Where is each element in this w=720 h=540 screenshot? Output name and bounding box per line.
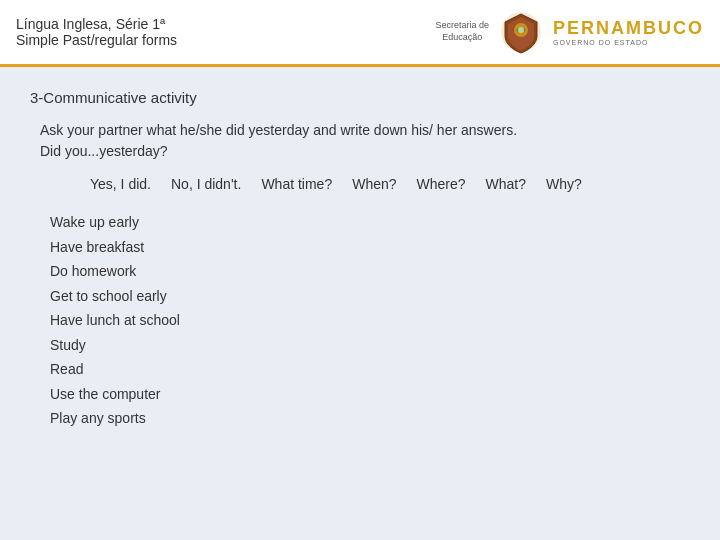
secretaria-text-block: Secretaria de Educação: [435, 20, 489, 43]
header-title-line2: Simple Past/regular forms: [16, 32, 177, 48]
answer-item: When?: [352, 176, 396, 192]
activity-item: Wake up early: [50, 210, 680, 235]
answers-row: Yes, I did.No, I didn't.What time?When?W…: [40, 176, 680, 192]
pernambuco-brand-block: PERNAMBUCO GOVERNO DO ESTADO: [553, 18, 704, 46]
activity-item: Read: [50, 357, 680, 382]
answer-item: What time?: [261, 176, 332, 192]
instruction-line1: Ask your partner what he/she did yesterd…: [40, 122, 517, 138]
instruction-line2: Did you...yesterday?: [40, 143, 168, 159]
answer-item: No, I didn't.: [171, 176, 241, 192]
section-title: 3-Communicative activity: [30, 89, 690, 106]
activity-item: Have breakfast: [50, 235, 680, 260]
activity-item: Use the computer: [50, 382, 680, 407]
svg-point-2: [518, 27, 524, 33]
pernambuco-shield-icon: [499, 10, 543, 54]
brand-name: PERNAMBUCO: [553, 18, 704, 39]
answer-item: Where?: [417, 176, 466, 192]
activity-item: Study: [50, 333, 680, 358]
answer-item: Why?: [546, 176, 582, 192]
brand-subtitle: GOVERNO DO ESTADO: [553, 39, 704, 46]
answer-item: What?: [486, 176, 526, 192]
header-logo-area: Secretaria de Educação PERNAMBUCO GOVERN…: [435, 10, 704, 54]
instruction-block: Ask your partner what he/she did yesterd…: [40, 120, 680, 162]
activity-item: Play any sports: [50, 406, 680, 431]
activities-list: Wake up earlyHave breakfastDo homeworkGe…: [40, 210, 680, 431]
answer-item: Yes, I did.: [90, 176, 151, 192]
content-box: Ask your partner what he/she did yesterd…: [30, 120, 690, 431]
activity-item: Have lunch at school: [50, 308, 680, 333]
activity-item: Get to school early: [50, 284, 680, 309]
brand-name-block: PERNAMBUCO GOVERNO DO ESTADO: [553, 18, 704, 46]
main-content: 3-Communicative activity Ask your partne…: [0, 67, 720, 453]
secretaria-label: Secretaria de Educação: [435, 20, 489, 43]
header-title-block: Língua Inglesa, Série 1ª Simple Past/reg…: [16, 16, 177, 48]
activity-item: Do homework: [50, 259, 680, 284]
page-header: Língua Inglesa, Série 1ª Simple Past/reg…: [0, 0, 720, 67]
header-title-line1: Língua Inglesa, Série 1ª: [16, 16, 177, 32]
